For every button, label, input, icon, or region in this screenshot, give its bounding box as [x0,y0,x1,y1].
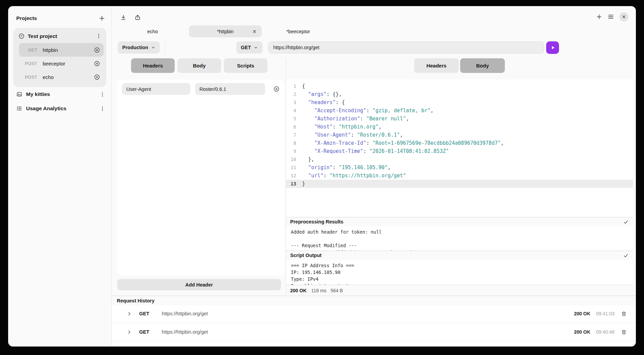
code-line[interactable]: 11 "origin": "195.146.105.90", [289,163,633,172]
method-selector[interactable]: GET [236,41,262,54]
request-pane-tab[interactable]: Scripts [224,58,267,73]
history-row[interactable]: GET https://httpbin.org/get 200 OK 09:40… [112,324,636,340]
sidebar-request-item[interactable]: POST echo [19,70,104,84]
script-output[interactable]: === IP Address Info ===IP: 195.146.105.9… [286,260,633,285]
response-pane-tab[interactable]: Headers [414,58,459,73]
line-number: 3 [289,98,296,106]
remove-header-button[interactable] [273,86,280,92]
history-row-meta: 200 OK 09:41:03 [574,311,627,317]
history-method: GET [139,329,149,335]
request-pane-tabs: Headers Body Scripts [112,58,286,73]
code-line[interactable]: 6 "Host": "httpbin.org", [289,123,633,131]
add-project-button[interactable] [99,15,105,22]
method-label: GET [241,45,251,50]
x-circle-icon [94,47,100,53]
download-button[interactable] [120,14,127,21]
code-line[interactable]: 9 "X-Request-Time": "2026-01-14T08:41:02… [289,147,633,155]
tab-httpbin[interactable]: *httpbin [189,25,262,37]
url-input[interactable] [268,41,544,54]
tab-echo[interactable]: echo [116,25,189,37]
history-time: 09:41:03 [596,311,615,316]
plus-icon [596,14,602,20]
response-pane-tab[interactable]: Body [460,58,505,73]
remove-request-button[interactable] [94,47,100,53]
sidebar-item-my-kitties[interactable]: My kitties [8,87,111,101]
new-tab-button[interactable] [596,14,602,20]
request-bar: Production GET [112,41,636,54]
request-name-label: beeceptor [43,61,94,66]
code-line[interactable]: 1{ [289,82,633,90]
close-icon [622,15,626,19]
remove-request-button[interactable] [94,60,100,67]
status-size: 564 B [330,288,343,293]
divider [165,41,165,54]
sidebar: Projects Test project GET httpbin [8,6,112,347]
check-icon [623,253,629,258]
code-line[interactable]: 2 "args": {}, [289,90,633,98]
close-window-button[interactable] [619,12,628,21]
main-toolbar [120,13,636,22]
analytics-menu-button[interactable] [100,106,105,112]
delete-history-button[interactable] [621,311,627,317]
chevron-down-icon [254,45,258,50]
header-row: User-Agent Roster/0.6.1 [122,83,280,95]
tab-label: *httpbin [217,29,234,34]
history-time: 09:40:48 [596,329,615,335]
environment-label: Production [122,45,148,50]
request-pane-tab[interactable]: Headers [131,58,175,73]
delete-history-button[interactable] [621,329,627,335]
code-line[interactable]: 13} [286,180,633,188]
chevron-right-icon [127,311,132,316]
code-line[interactable]: 4 "Accept-Encoding": "gzip, deflate, br"… [289,106,633,115]
tab-label: Body [476,63,489,68]
response-pane: Headers Body 1{2 "args": {},3 "headers":… [286,58,633,296]
output-line: === IP Address Info === [291,262,628,269]
line-number: 8 [289,139,296,147]
send-request-button[interactable] [546,41,559,54]
history-title: Request History [112,296,636,305]
app-window: Projects Test project GET httpbin [8,6,636,347]
header-key-field[interactable]: User-Agent [122,83,190,95]
history-status: 200 OK [574,311,590,316]
code-line[interactable]: 12 "url": "https://httpbin.org/get" [289,172,633,180]
sidebar-item-label: Usage Analytics [26,105,96,112]
request-pane-tab[interactable]: Body [177,58,221,73]
close-tab-button[interactable] [252,29,257,34]
output-line: Is public internet: true [291,282,628,285]
expand-row-button[interactable] [127,311,132,316]
sidebar-request-item[interactable]: GET httpbin [19,43,104,57]
code-line[interactable]: 5 "Authorization": "Bearer null", [289,115,633,123]
code-line[interactable]: 7 "User-Agent": "Roster/0.6.1", [289,131,633,139]
header-value-field[interactable]: Roster/0.6.1 [195,83,265,95]
share-button[interactable] [134,14,141,21]
kitties-menu-button[interactable] [100,92,105,97]
code-line[interactable]: 3 "headers": { [289,98,633,106]
history-row[interactable]: GET https://httpbin.org/get 200 OK 09:41… [112,305,636,322]
chevron-right-icon [127,330,132,335]
line-number: 4 [289,106,296,115]
response-code-editor[interactable]: 1{2 "args": {},3 "headers": {4 "Accept-E… [286,79,633,217]
project-menu-button[interactable] [96,33,102,39]
project-group: Test project GET httpbin POST beeceptor [13,28,106,87]
x-circle-icon [273,86,280,92]
project-header[interactable]: Test project [16,31,104,43]
preprocessing-header[interactable]: Preprocessing Results [286,217,633,226]
tab-label: Body [193,63,206,68]
add-header-button[interactable]: Add Header [117,279,281,290]
menu-button[interactable] [607,13,614,20]
sidebar-item-usage-analytics[interactable]: Usage Analytics [8,101,111,116]
code-line[interactable]: 10 }, [289,155,633,163]
tab-label: Scripts [237,63,254,68]
expand-row-button[interactable] [127,330,132,335]
code-line[interactable]: 8 "X-Amzn-Trace-Id": "Root=1-6967569e-78… [289,139,633,147]
tab-beeceptor[interactable]: *beeceptor [262,25,335,37]
sidebar-request-item[interactable]: POST beeceptor [19,57,104,70]
environment-selector[interactable]: Production [118,41,160,54]
line-number: 5 [289,115,296,123]
remove-request-button[interactable] [94,74,100,80]
download-icon [120,14,127,21]
request-history: Request History GET https://httpbin.org/… [112,296,636,347]
sidebar-item-label: My kitties [26,91,96,97]
preprocessing-output[interactable]: Added auth header for token: null--- Req… [286,226,633,251]
script-output-header[interactable]: Script Output [286,251,633,260]
